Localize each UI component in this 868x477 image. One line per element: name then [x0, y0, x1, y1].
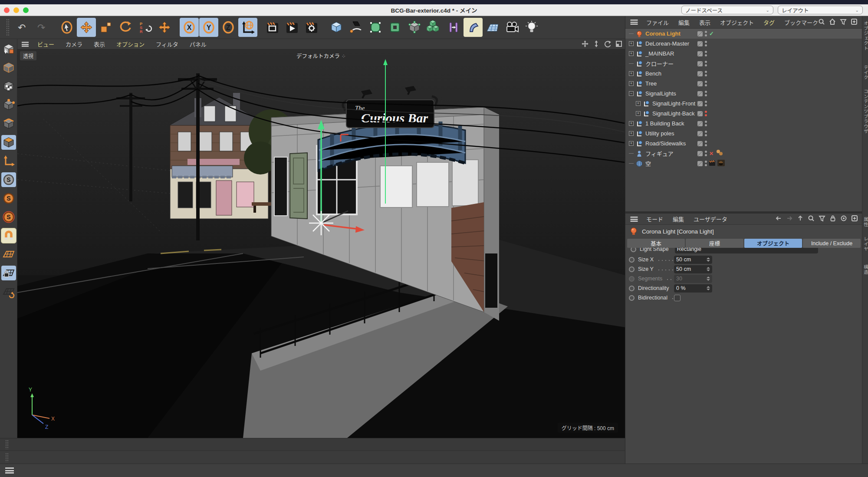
- render-picture-viewer-button[interactable]: [283, 18, 302, 37]
- bidirectional-checkbox[interactable]: [674, 295, 681, 301]
- layer-tag[interactable]: [697, 121, 703, 126]
- expand-icon[interactable]: +: [629, 81, 634, 86]
- viewport-menu-5[interactable]: フィルタ: [156, 40, 178, 48]
- enabled-check-icon[interactable]: ✓: [709, 30, 714, 37]
- null-icon[interactable]: [636, 50, 643, 57]
- light-button[interactable]: [522, 18, 541, 37]
- object-row-delorean-master[interactable]: +DeLorean-Master: [625, 39, 862, 49]
- param-port[interactable]: [629, 276, 635, 282]
- object-row-tree[interactable]: +Tree: [625, 79, 862, 89]
- viewport-menu-2[interactable]: カメラ: [66, 40, 82, 48]
- stepper-arrows[interactable]: [707, 267, 710, 271]
- workplane-button[interactable]: [1, 247, 16, 262]
- object-name[interactable]: クローナー: [645, 59, 674, 68]
- object-name[interactable]: Utility poles: [645, 130, 674, 137]
- mograph-cloner-button[interactable]: [424, 18, 444, 37]
- null-icon[interactable]: [636, 130, 643, 137]
- visibility-dots[interactable]: [705, 71, 707, 76]
- coordinate-system-button[interactable]: [238, 18, 257, 37]
- model-mode-button[interactable]: [1, 60, 16, 75]
- deformer-button[interactable]: [405, 18, 424, 37]
- am-menu-3[interactable]: ユーザデータ: [694, 215, 727, 223]
- lock-icon[interactable]: [829, 215, 836, 223]
- search-icon[interactable]: [808, 215, 815, 223]
- om-menu-2[interactable]: 編集: [678, 18, 690, 26]
- new-panel-icon[interactable]: [851, 215, 858, 223]
- light-shape-dropdown[interactable]: Rectangle: [675, 248, 818, 253]
- visibility-dots[interactable]: [705, 131, 707, 136]
- forward-icon[interactable]: [786, 215, 793, 223]
- panel-tab-6[interactable]: 構造: [863, 265, 868, 275]
- visibility-dots[interactable]: [705, 61, 707, 66]
- axis-mode-button[interactable]: [1, 154, 16, 168]
- object-row-road-sidewalks[interactable]: +Road/Sidewalks: [625, 138, 862, 148]
- om-menu-6[interactable]: ブックマーク: [784, 18, 818, 26]
- nodespace-dropdown[interactable]: ノードスペース⌄: [681, 6, 773, 14]
- object-name[interactable]: Corona Light: [645, 30, 681, 37]
- filter-icon[interactable]: [840, 18, 847, 26]
- viewport-menu-1[interactable]: ビュー: [37, 40, 54, 48]
- attribute-tab-3[interactable]: オブジェクト: [744, 239, 802, 248]
- object-row--[interactable]: 空: [625, 158, 862, 168]
- visibility-dots[interactable]: [705, 81, 707, 86]
- visibility-dots[interactable]: [705, 41, 707, 46]
- spline-pen-button[interactable]: [346, 18, 365, 37]
- panel-tab-5[interactable]: レイヤ: [863, 237, 868, 252]
- object-row-signallights[interactable]: −SignalLights: [625, 89, 862, 99]
- floor-button[interactable]: [483, 18, 502, 37]
- snap-enable-button[interactable]: S: [1, 172, 16, 187]
- expand-icon[interactable]: +: [636, 101, 641, 106]
- render-view-button[interactable]: [263, 18, 282, 37]
- om-menu-1[interactable]: ファイル: [646, 18, 669, 26]
- directionality-field[interactable]: 0 %: [674, 284, 712, 293]
- null-icon[interactable]: [636, 140, 643, 147]
- psr-button[interactable]: PSR: [135, 18, 155, 37]
- expand-icon[interactable]: +: [629, 121, 634, 126]
- viewport-menu-3[interactable]: 表示: [94, 40, 105, 48]
- layer-tag[interactable]: [697, 31, 703, 36]
- object-name[interactable]: DeLorean-Master: [645, 40, 689, 47]
- make-editable-button[interactable]: [1, 42, 16, 56]
- back-icon[interactable]: [775, 215, 782, 223]
- object-row-bench[interactable]: +Bench: [625, 69, 862, 79]
- visibility-dots[interactable]: [705, 161, 707, 166]
- undo-button[interactable]: ↶: [13, 18, 32, 37]
- move-button[interactable]: [77, 18, 96, 37]
- layer-tag[interactable]: [697, 61, 703, 66]
- panel-tab-3[interactable]: コンテンツブラウザ: [863, 89, 868, 134]
- object-row-utility-poles[interactable]: +Utility poles: [625, 128, 862, 138]
- snap-magnet-button[interactable]: [1, 228, 16, 243]
- attribute-tab-1[interactable]: 基本: [627, 239, 685, 248]
- corona-light-icon[interactable]: [636, 30, 643, 37]
- visibility-dots[interactable]: [705, 101, 707, 106]
- disabled-x-icon[interactable]: ✕: [709, 151, 713, 157]
- layer-tag[interactable]: [697, 151, 703, 156]
- object-name[interactable]: _MAINBAR: [645, 50, 674, 57]
- object-name[interactable]: 空: [645, 159, 651, 168]
- param-port[interactable]: [629, 286, 635, 291]
- material-tags[interactable]: [716, 149, 724, 158]
- layout-dropdown[interactable]: レイアウト⌄: [778, 6, 863, 14]
- viewport-menu-4[interactable]: オプション: [116, 40, 145, 48]
- pan-icon[interactable]: [582, 40, 589, 49]
- param-port[interactable]: [629, 257, 635, 263]
- expand-icon[interactable]: +: [629, 71, 634, 76]
- layer-tag[interactable]: [697, 41, 703, 46]
- null-icon[interactable]: [636, 60, 643, 67]
- layer-tag[interactable]: [697, 81, 703, 86]
- active-tool-move-button[interactable]: [155, 18, 174, 37]
- om-menu-4[interactable]: オブジェクト: [720, 18, 754, 26]
- object-row------[interactable]: フィギュア✕: [625, 148, 862, 158]
- toggle-panel-icon[interactable]: [615, 40, 622, 49]
- stepper-arrows[interactable]: [707, 257, 710, 262]
- object-row-corona-light[interactable]: Corona Light✓: [625, 29, 862, 39]
- texture-mode-button[interactable]: [1, 79, 16, 94]
- visibility-dots[interactable]: [705, 151, 707, 156]
- workplane-rotate-button[interactable]: [1, 284, 16, 299]
- expand-icon[interactable]: +: [629, 141, 634, 146]
- null-icon[interactable]: [643, 100, 650, 107]
- layer-tag[interactable]: [697, 91, 703, 96]
- panel-tab-1[interactable]: オブジェクト: [863, 21, 868, 51]
- size-x-field[interactable]: 50 cm: [674, 256, 712, 264]
- viewport-menu-icon[interactable]: [22, 42, 29, 46]
